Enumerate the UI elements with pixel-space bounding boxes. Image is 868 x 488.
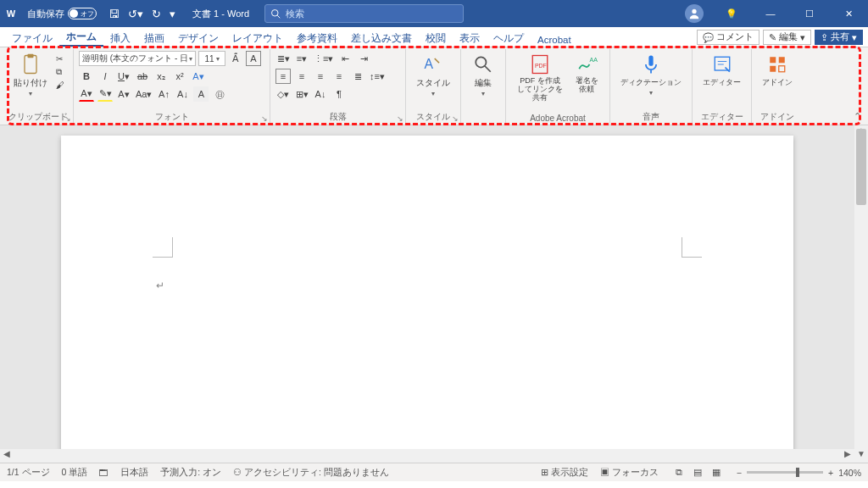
word-count[interactable]: 0 単語 [62,467,88,479]
editor-button[interactable]: エディター [698,51,746,90]
paragraph-dialog-icon[interactable]: ↘ [397,114,403,123]
tab-view[interactable]: 表示 [453,30,487,47]
maximize-button[interactable]: ☐ [790,0,829,27]
ime-status[interactable]: 予測入力: オン [160,467,221,479]
autosave-toggle[interactable]: 自動保存 オフ [22,8,102,20]
spellcheck-icon[interactable]: 🗔 [99,468,108,478]
minimize-button[interactable]: — [751,0,790,27]
scroll-left-icon[interactable]: ◀ [0,449,14,463]
format-painter-icon[interactable]: 🖌 [56,80,64,90]
multilevel-icon[interactable]: ⋮≡▾ [313,51,334,66]
tab-review[interactable]: 校閲 [419,30,453,47]
subscript-button[interactable]: x₂ [153,69,169,84]
focus-mode[interactable]: ▣ フォーカス [600,467,659,479]
numbering-icon[interactable]: ≡▾ [294,51,309,66]
tab-design[interactable]: デザイン [171,30,225,47]
autosave-pill[interactable]: オフ [68,8,97,19]
font-color-icon[interactable]: A▾ [79,86,94,102]
copy-icon[interactable]: ⧉ [56,67,64,77]
bold-button[interactable]: B [79,69,94,84]
shrink-font-icon[interactable]: A↓ [175,86,190,102]
web-layout-icon[interactable]: ▦ [708,467,725,478]
align-center-icon[interactable]: ≡ [294,69,309,84]
scroll-right-icon[interactable]: ▶ [841,449,854,463]
read-mode-icon[interactable]: ⧉ [670,467,687,478]
zoom-slider[interactable] [747,471,823,474]
char-shading-icon[interactable]: A▾ [116,86,131,102]
font-dialog-icon[interactable]: ↘ [261,114,268,123]
tab-mailings[interactable]: 差し込み文書 [344,30,419,47]
character-border-icon[interactable]: A [246,51,261,66]
font-size-select[interactable]: 11▾ [198,51,225,66]
enclose-char-icon[interactable]: ㊐ [212,86,227,102]
group-voice: ディクテーション▾ 音声 [610,49,693,125]
borders-icon[interactable]: ⊞▾ [294,86,309,102]
line-spacing-icon[interactable]: ↕≡▾ [369,69,386,84]
comments-button[interactable]: 💬コメント [697,30,760,45]
tab-home[interactable]: ホーム [59,28,103,47]
tab-file[interactable]: ファイル [5,30,59,47]
zoom-level[interactable]: 140% [838,468,861,478]
dictate-button[interactable]: ディクテーション▾ [615,51,687,98]
close-button[interactable]: ✕ [829,0,868,27]
phonetic-guide-icon[interactable]: A͊ [228,51,243,66]
acrobat-create-button[interactable]: PDF PDF を作成してリンクを共有 [511,51,569,104]
clear-format-icon[interactable]: A [193,86,209,102]
tab-draw[interactable]: 描画 [137,30,171,47]
vertical-scrollbar[interactable]: ▲ ▼ [854,125,868,463]
sort-icon[interactable]: A↓ [313,86,328,102]
highlight-icon[interactable]: ✎▾ [97,86,113,102]
accessibility-status[interactable]: ⚇ アクセシビリティ: 問題ありません [233,467,389,479]
shading-icon[interactable]: ◇▾ [275,86,291,102]
tab-references[interactable]: 参考資料 [290,30,344,47]
align-right-icon[interactable]: ≡ [313,69,328,84]
undo-icon[interactable]: ↺▾ [128,8,143,20]
collapse-ribbon-icon[interactable]: ⌃ [854,111,861,122]
addins-button[interactable]: アドイン [757,51,798,90]
strikethrough-button[interactable]: ab [135,69,150,84]
redo-icon[interactable]: ↻ [152,8,161,20]
decrease-indent-icon[interactable]: ⇤ [337,51,353,66]
cut-icon[interactable]: ✂ [56,54,64,64]
editing-button[interactable]: 編集▾ [466,51,500,99]
bullets-icon[interactable]: ≣▾ [275,51,291,66]
grow-font-icon[interactable]: A↑ [156,86,171,102]
font-name-select[interactable]: 游明朝 (本文のフォント - 日本語)▾ [79,51,196,66]
underline-button[interactable]: U▾ [116,69,131,84]
acrobat-sign-button[interactable]: AA 署名を依頼 [569,51,604,104]
tab-insert[interactable]: 挿入 [103,30,137,47]
help-icon[interactable]: 💡 [712,0,751,27]
page-count[interactable]: 1/1 ページ [7,467,50,479]
tab-layout[interactable]: レイアウト [225,30,290,47]
paste-button[interactable]: 貼り付け ▾ [8,51,53,99]
share-button[interactable]: ⇪ 共有 ▾ [815,30,863,45]
zoom-in-icon[interactable]: + [828,468,833,478]
increase-indent-icon[interactable]: ⇥ [356,51,371,66]
show-marks-icon[interactable]: ¶ [331,86,347,102]
italic-button[interactable]: I [97,69,113,84]
display-settings[interactable]: ⊞ 表示設定 [541,467,588,479]
horizontal-scrollbar[interactable]: ◀ ▶ [0,449,854,463]
tab-acrobat[interactable]: Acrobat [531,32,578,47]
clipboard-dialog-icon[interactable]: ↘ [64,114,71,123]
styles-dialog-icon[interactable]: ↘ [452,114,459,123]
align-justify-icon[interactable]: ≡ [331,69,347,84]
superscript-button[interactable]: x² [172,69,187,84]
change-case-icon[interactable]: Aa▾ [135,86,153,102]
align-left-icon[interactable]: ≡ [275,69,291,84]
save-icon[interactable]: 🖫 [108,8,120,20]
qat-more-icon[interactable]: ▾ [170,8,175,20]
styles-button[interactable]: A スタイル▾ [411,51,455,99]
scroll-thumb[interactable] [856,129,866,205]
distribute-icon[interactable]: ≣ [350,69,365,84]
text-effects-icon[interactable]: A▾ [191,69,206,84]
page[interactable]: ↵ [61,136,793,463]
account-icon[interactable] [685,4,704,23]
scroll-down-icon[interactable]: ▼ [854,449,868,463]
tab-help[interactable]: ヘルプ [487,30,531,47]
editing-mode-button[interactable]: ✎編集 ▾ [763,30,811,45]
zoom-out-icon[interactable]: − [737,468,742,478]
language[interactable]: 日本語 [120,467,148,479]
search-box[interactable]: 検索 [264,4,464,23]
print-layout-icon[interactable]: ▤ [689,467,706,478]
